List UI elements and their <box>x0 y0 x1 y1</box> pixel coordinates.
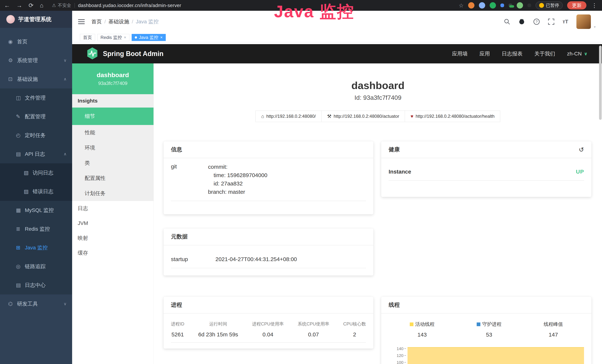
chevron-up-icon: ∧ <box>64 77 66 82</box>
extension-icon[interactable] <box>509 3 512 7</box>
paused-badge[interactable]: 已暂停 <box>536 1 563 9</box>
y-tick: 100 <box>389 359 403 364</box>
browser-menu-button[interactable]: ⋮ <box>591 2 598 9</box>
sidebar-item-system[interactable]: ⚙ 系统管理 ∨ <box>0 51 72 70</box>
legend-value: 143 <box>410 332 435 338</box>
breadcrumb-separator: / <box>104 19 106 25</box>
sidebar-item-infra[interactable]: ⊡ 基础设施 ∧ <box>0 70 72 88</box>
extension-icon[interactable] <box>468 2 474 9</box>
side-item-caches[interactable]: 缓存 <box>72 246 153 260</box>
insights-label: Insights <box>72 94 153 107</box>
legend-label: 活动线程 <box>415 321 435 327</box>
sba-nav-journal[interactable]: 日志报表 <box>502 50 522 57</box>
log-center-icon: ▤ <box>16 282 25 288</box>
sidebar-item-config[interactable]: ✎ 配置管理 <box>0 107 72 126</box>
sidebar-item-access-log[interactable]: ▧ 访问日志 <box>0 163 72 182</box>
home-button[interactable]: ⌂ <box>40 2 43 9</box>
y-tick: 120 <box>389 352 403 359</box>
sidebar-item-label: MySQL 监控 <box>25 207 54 214</box>
forward-button[interactable]: → <box>16 2 22 9</box>
side-item-details[interactable]: 细节 <box>72 107 153 125</box>
status-badge: UP <box>576 169 584 175</box>
sba-nav-applications[interactable]: 应用 <box>479 50 490 57</box>
process-col-label: 运行时间 <box>198 321 238 327</box>
tab-redis[interactable]: Redis 监控 × <box>97 34 129 41</box>
sidebar-item-java[interactable]: ⊞ Java 监控 <box>0 238 72 257</box>
metadata-row: startup 2021-04-27T00:44:31.254+08:00 <box>171 256 366 268</box>
hamburger-icon[interactable] <box>78 19 85 24</box>
infra-icon: ⊡ <box>8 76 17 82</box>
sidebar-item-mysql[interactable]: ▦ MySQL 监控 <box>0 201 72 220</box>
instance-header[interactable]: dashboard 93a3fc7f7409 <box>72 64 153 94</box>
side-item-mappings[interactable]: 映射 <box>72 231 153 246</box>
github-icon[interactable] <box>518 19 525 25</box>
breadcrumb-home[interactable]: 首页 <box>91 18 102 25</box>
fullscreen-icon[interactable] <box>548 19 554 25</box>
sidebar-item-error-log[interactable]: ▨ 错误日志 <box>0 182 72 201</box>
sidebar-item-log-center[interactable]: ▤ 日志中心 <box>0 276 72 294</box>
extension-icon[interactable] <box>527 3 531 7</box>
update-button[interactable]: 更新 <box>567 1 586 10</box>
sba-nav-about[interactable]: 关于我们 <box>534 50 555 57</box>
side-item-config-props[interactable]: 配置属性 <box>72 171 153 186</box>
sidebar-item-api-log[interactable]: ▤ API 日志 ∧ <box>0 145 72 163</box>
health-row[interactable]: Instance UP <box>389 169 584 181</box>
side-item-environment[interactable]: 环境 <box>72 140 153 155</box>
refresh-button[interactable]: ⟳ <box>29 2 33 9</box>
sidebar-item-devtools[interactable]: ⌬ 研发工具 ∨ <box>0 294 72 313</box>
history-icon[interactable]: ↺ <box>579 146 584 153</box>
process-col-value: 0.07 <box>298 331 329 338</box>
y-tick: 140 <box>389 345 403 352</box>
metadata-key: startup <box>171 256 215 262</box>
timer-icon: ◴ <box>16 132 25 138</box>
instance-name: dashboard <box>97 71 129 79</box>
address-bar[interactable]: ⚠ 不安全 dashboard.yudao.iocoder.cn/infra/a… <box>52 2 181 8</box>
close-icon[interactable]: × <box>160 35 163 40</box>
extension-icon[interactable] <box>517 2 523 9</box>
scrollbar[interactable] <box>599 46 602 120</box>
extension-icon[interactable] <box>490 2 496 9</box>
info-line: commit: <box>208 163 267 171</box>
help-icon[interactable]: ? <box>533 18 540 25</box>
chevron-down-icon: ∨ <box>64 58 66 63</box>
side-item-classes[interactable]: 类 <box>72 155 153 171</box>
avatar-caret-icon[interactable]: ▾ <box>594 25 596 29</box>
link-chip-root[interactable]: ⌂ http://192.168.0.2:48080/ <box>256 110 322 122</box>
tab-home[interactable]: 首页 <box>80 34 95 41</box>
link-label: http://192.168.0.2:48080/actuator/health <box>416 114 495 119</box>
process-col: 进程ID 5261 <box>171 321 184 338</box>
side-item-scheduled-tasks[interactable]: 计划任务 <box>72 186 153 201</box>
breadcrumb-section[interactable]: 基础设施 <box>108 18 129 25</box>
threads-chart: 140 120 100 <box>389 345 584 364</box>
search-icon[interactable] <box>504 19 510 25</box>
user-avatar[interactable] <box>576 14 591 29</box>
link-chip-actuator[interactable]: ⚒ http://192.168.0.2:48080/actuator <box>321 110 405 122</box>
app-logo-row[interactable]: 芋道管理系统 <box>0 11 72 28</box>
back-button[interactable]: ← <box>4 2 10 9</box>
side-item-logs[interactable]: 日志 <box>72 201 153 216</box>
wrench-icon: ⚒ <box>327 114 331 119</box>
bookmark-star-icon[interactable]: ☆ <box>459 2 464 9</box>
extension-icon[interactable] <box>479 2 485 9</box>
health-instance-label: Instance <box>389 169 411 175</box>
legend-square-blue <box>477 322 480 326</box>
link-chip-health[interactable]: ♥ http://192.168.0.2:48080/actuator/heal… <box>405 110 500 122</box>
extension-icon[interactable] <box>500 3 504 7</box>
sidebar-item-trace[interactable]: ◎ 链路追踪 <box>0 257 72 276</box>
sidebar-item-file[interactable]: ◫ 文件管理 <box>0 88 72 107</box>
tab-java[interactable]: Java 监控 × <box>132 34 166 41</box>
font-size-icon[interactable]: тT <box>562 19 568 25</box>
sidebar-item-home[interactable]: ◉ 首页 <box>0 32 72 51</box>
sidebar-item-label: 定时任务 <box>25 132 46 139</box>
home-icon: ⌂ <box>261 114 264 119</box>
sidebar-item-label: 错误日志 <box>33 188 54 195</box>
side-item-performance[interactable]: 性能 <box>72 125 153 140</box>
close-icon[interactable]: × <box>124 35 126 40</box>
sidebar-item-redis[interactable]: ≣ Redis 监控 <box>0 220 72 238</box>
sba-nav-wallboard[interactable]: 应用墙 <box>452 50 468 57</box>
side-item-jvm[interactable]: JVM <box>72 216 153 231</box>
locale-selector[interactable]: zh-CN ∨ <box>567 51 588 57</box>
sidebar-item-cron[interactable]: ◴ 定时任务 <box>0 126 72 145</box>
sba-brand: Spring Boot Admin <box>103 50 163 58</box>
sidebar-item-label: 基础设施 <box>17 76 38 83</box>
